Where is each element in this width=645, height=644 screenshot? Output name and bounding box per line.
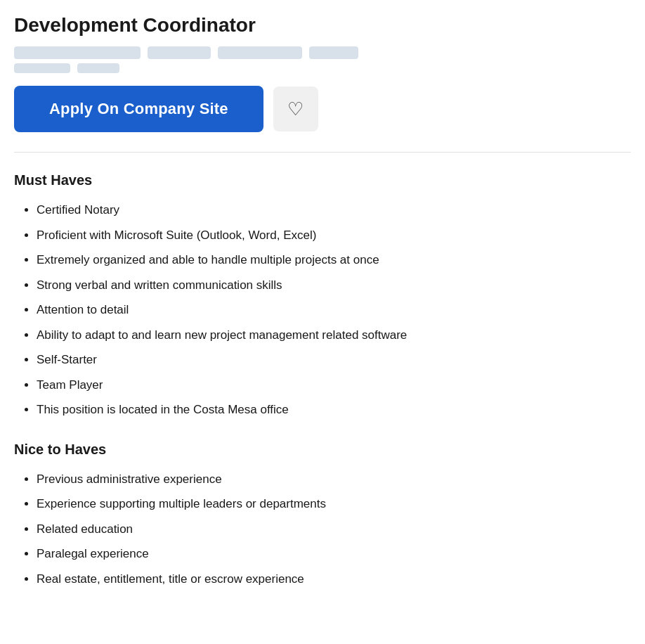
list-item: Extremely organized and able to handle m… <box>37 251 631 269</box>
company-detail-blur <box>148 46 211 59</box>
list-item: Attention to detail <box>37 301 631 319</box>
company-location-blur <box>218 46 302 59</box>
list-item: Certified Notary <box>37 201 631 219</box>
section-divider <box>14 152 631 153</box>
company-info <box>14 46 631 73</box>
list-item: Proficient with Microsoft Suite (Outlook… <box>37 226 631 245</box>
must-haves-title: Must Haves <box>14 172 631 188</box>
list-item: Previous administrative experience <box>37 470 631 489</box>
list-item: Real estate, entitlement, title or escro… <box>37 570 631 588</box>
nice-to-haves-title: Nice to Haves <box>14 442 631 458</box>
must-haves-list: Certified Notary Proficient with Microso… <box>14 201 631 419</box>
list-item: Self-Starter <box>37 351 631 369</box>
company-extra-blur <box>309 46 358 59</box>
company-name-blur <box>14 46 141 59</box>
nice-to-haves-section: Nice to Haves Previous administrative ex… <box>14 442 631 588</box>
list-item: Ability to adapt to and learn new projec… <box>37 326 631 344</box>
company-sub-blur1 <box>14 63 70 73</box>
must-haves-section: Must Haves Certified Notary Proficient w… <box>14 172 631 419</box>
action-row: Apply On Company Site ♡ <box>14 86 631 132</box>
heart-icon: ♡ <box>287 98 304 120</box>
list-item: Related education <box>37 520 631 539</box>
list-item: Experience supporting multiple leaders o… <box>37 495 631 513</box>
company-sub-blur2 <box>77 63 119 73</box>
list-item: This position is located in the Costa Me… <box>37 401 631 419</box>
nice-to-haves-list: Previous administrative experience Exper… <box>14 470 631 588</box>
list-item: Paralegal experience <box>37 545 631 563</box>
list-item: Strong verbal and written communication … <box>37 276 631 295</box>
favorite-button[interactable]: ♡ <box>273 86 318 131</box>
apply-button[interactable]: Apply On Company Site <box>14 86 263 132</box>
page-title: Development Coordinator <box>14 14 631 37</box>
list-item: Team Player <box>37 376 631 394</box>
